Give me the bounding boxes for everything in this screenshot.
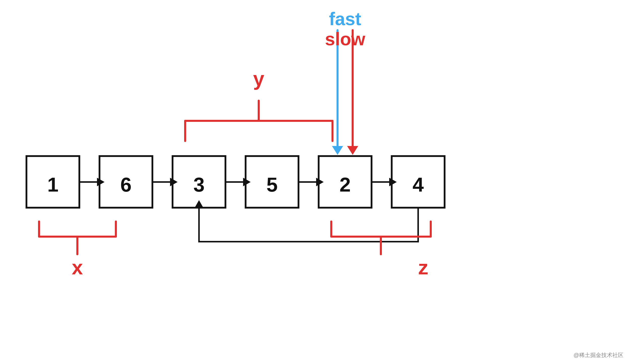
node-5-label: 5: [267, 173, 278, 196]
node-4-label: 4: [413, 173, 424, 196]
label-y: y: [253, 67, 264, 90]
label-slow: slow: [325, 29, 366, 49]
node-3-label: 3: [193, 173, 205, 196]
bracket-y: [185, 121, 333, 141]
bracket-x: [39, 222, 116, 237]
node-2-label: 2: [340, 173, 351, 196]
label-x: x: [72, 256, 83, 279]
fast-arrowhead: [332, 146, 343, 155]
node-6-label: 6: [120, 173, 132, 196]
node-1-label: 1: [47, 173, 59, 196]
label-fast: fast: [329, 9, 361, 29]
label-z: z: [418, 256, 428, 279]
bracket-z: [331, 222, 431, 237]
watermark: @稀土掘金技术社区: [574, 351, 623, 359]
slow-arrowhead: [347, 146, 358, 155]
